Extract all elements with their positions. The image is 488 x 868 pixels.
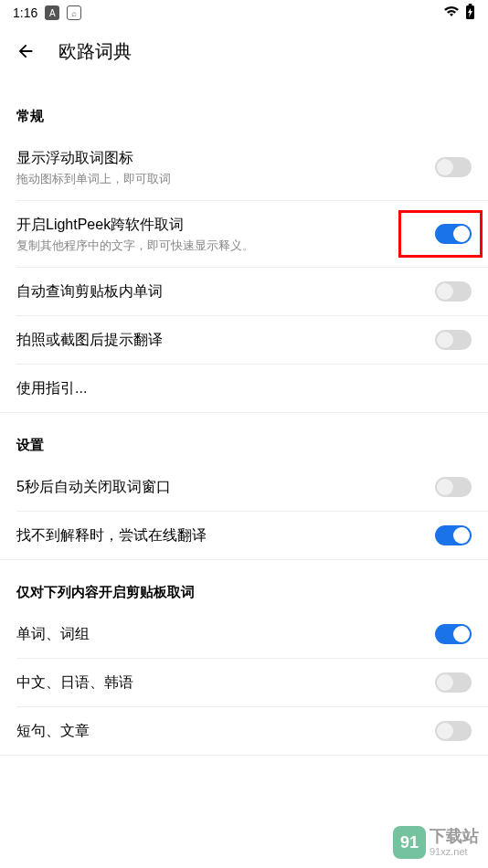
status-bar: 1:16 A ⌕ bbox=[0, 0, 488, 26]
toggle-filter-sentence[interactable] bbox=[435, 721, 472, 741]
row-title: 使用指引... bbox=[16, 377, 472, 399]
row-title: 显示浮动取词图标 bbox=[16, 147, 435, 169]
row-filter-sentence[interactable]: 短句、文章 bbox=[0, 707, 488, 755]
page-title: 欧路词典 bbox=[58, 39, 132, 64]
notif-icon-search: ⌕ bbox=[67, 5, 81, 20]
row-photo-translate[interactable]: 拍照或截图后提示翻译 bbox=[0, 316, 488, 364]
toggle-float-icon[interactable] bbox=[435, 157, 472, 177]
row-title: 5秒后自动关闭取词窗口 bbox=[16, 476, 435, 498]
row-title: 拍照或截图后提示翻译 bbox=[16, 329, 435, 351]
section-header-clipboard-filter: 仅对下列内容开启剪贴板取词 bbox=[0, 571, 488, 610]
row-filter-words[interactable]: 单词、词组 bbox=[0, 610, 488, 658]
row-auto-close[interactable]: 5秒后自动关闭取词窗口 bbox=[0, 463, 488, 511]
row-float-icon[interactable]: 显示浮动取词图标 拖动图标到单词上，即可取词 bbox=[0, 134, 488, 200]
toggle-photo-translate[interactable] bbox=[435, 330, 472, 350]
back-button[interactable] bbox=[15, 40, 37, 62]
row-title: 单词、词组 bbox=[16, 623, 435, 645]
watermark-text-cn: 下载站 bbox=[430, 828, 479, 846]
row-usage-guide[interactable]: 使用指引... bbox=[0, 365, 488, 412]
status-time: 1:16 bbox=[13, 5, 37, 20]
wifi-icon bbox=[443, 5, 460, 21]
row-filter-cjk[interactable]: 中文、日语、韩语 bbox=[0, 659, 488, 706]
row-sub: 复制其他程序中的文字，即可快速显示释义。 bbox=[16, 238, 435, 254]
app-bar: 欧路词典 bbox=[0, 26, 488, 77]
row-auto-clipboard[interactable]: 自动查询剪贴板内单词 bbox=[0, 268, 488, 315]
watermark: 91 下载站 91xz.net bbox=[393, 826, 479, 859]
toggle-filter-words[interactable] bbox=[435, 624, 472, 644]
settings-content: 常规 显示浮动取词图标 拖动图标到单词上，即可取词 开启LightPeek跨软件… bbox=[0, 77, 488, 756]
toggle-filter-cjk[interactable] bbox=[435, 672, 472, 693]
svg-rect-1 bbox=[469, 4, 472, 5]
row-title: 短句、文章 bbox=[16, 720, 435, 742]
battery-icon bbox=[465, 4, 475, 23]
row-title: 中文、日语、韩语 bbox=[16, 672, 435, 693]
toggle-auto-clipboard[interactable] bbox=[435, 281, 472, 302]
row-lightpeek[interactable]: 开启LightPeek跨软件取词 复制其他程序中的文字，即可快速显示释义。 bbox=[0, 201, 488, 267]
row-title: 找不到解释时，尝试在线翻译 bbox=[16, 524, 435, 546]
notif-icon-a: A bbox=[45, 5, 59, 20]
row-sub: 拖动图标到单词上，即可取词 bbox=[16, 171, 435, 187]
row-title: 自动查询剪贴板内单词 bbox=[16, 281, 435, 302]
section-header-general: 常规 bbox=[0, 95, 488, 134]
watermark-icon: 91 bbox=[393, 826, 426, 859]
toggle-online-fallback[interactable] bbox=[435, 525, 472, 545]
toggle-lightpeek[interactable] bbox=[435, 224, 472, 244]
row-online-fallback[interactable]: 找不到解释时，尝试在线翻译 bbox=[0, 512, 488, 559]
watermark-text-url: 91xz.net bbox=[430, 846, 479, 857]
row-title: 开启LightPeek跨软件取词 bbox=[16, 214, 435, 236]
section-header-settings: 设置 bbox=[0, 424, 488, 463]
toggle-auto-close[interactable] bbox=[435, 477, 472, 497]
